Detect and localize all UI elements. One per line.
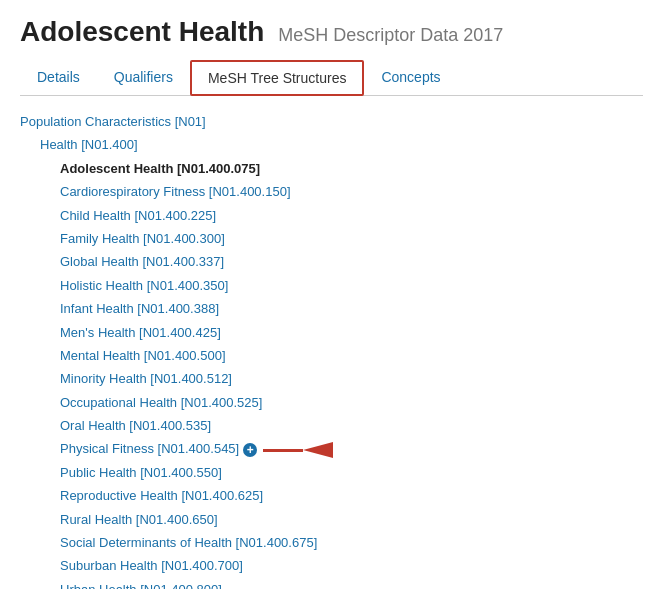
tree-link-item[interactable]: Urban Health [N01.400.800] [60, 582, 222, 589]
tree-level1-item: Health [N01.400] [20, 133, 643, 156]
tree-item-bold-label: Adolescent Health [N01.400.075] [60, 161, 260, 176]
tree-link-item[interactable]: Social Determinants of Health [N01.400.6… [60, 535, 317, 550]
tab-mesh-tree[interactable]: MeSH Tree Structures [190, 60, 365, 96]
tree-item: Urban Health [N01.400.800] [20, 578, 643, 589]
tree-item: Global Health [N01.400.337] [20, 250, 643, 273]
page-header: Adolescent Health MeSH Descriptor Data 2… [20, 16, 643, 48]
tree-item: Men's Health [N01.400.425] [20, 321, 643, 344]
tree-link-item[interactable]: Child Health [N01.400.225] [60, 208, 216, 223]
expand-icon[interactable]: + [243, 443, 257, 457]
arrow-shaft [263, 449, 303, 452]
tree-item: Public Health [N01.400.550] [20, 461, 643, 484]
tree-link-item[interactable]: Cardiorespiratory Fitness [N01.400.150] [60, 184, 291, 199]
tree-link-item[interactable]: Mental Health [N01.400.500] [60, 348, 226, 363]
tab-concepts[interactable]: Concepts [364, 60, 457, 96]
page-title-sub: MeSH Descriptor Data 2017 [278, 25, 503, 45]
tree-link-item[interactable]: Occupational Health [N01.400.525] [60, 395, 262, 410]
tree-item: Minority Health [N01.400.512] [20, 367, 643, 390]
tree-link-item[interactable]: Men's Health [N01.400.425] [60, 325, 221, 340]
tree-link-item[interactable]: Public Health [N01.400.550] [60, 465, 222, 480]
page-container: Adolescent Health MeSH Descriptor Data 2… [0, 0, 663, 589]
tree-link-item[interactable]: Holistic Health [N01.400.350] [60, 278, 228, 293]
arrow-head [303, 442, 333, 458]
tree-item: Rural Health [N01.400.650] [20, 508, 643, 531]
tree-link-item[interactable]: Minority Health [N01.400.512] [60, 371, 232, 386]
tree-item: Family Health [N01.400.300] [20, 227, 643, 250]
tree-link-n01[interactable]: Population Characteristics [N01] [20, 114, 206, 129]
tree-link-item[interactable]: Reproductive Health [N01.400.625] [60, 488, 263, 503]
tree-link-item[interactable]: Physical Fitness [N01.400.545] [60, 441, 239, 456]
tree-link-item[interactable]: Suburban Health [N01.400.700] [60, 558, 243, 573]
tree-level0-item: Population Characteristics [N01] [20, 110, 643, 133]
tree-item: Social Determinants of Health [N01.400.6… [20, 531, 643, 554]
tab-qualifiers[interactable]: Qualifiers [97, 60, 190, 96]
tree-item: Child Health [N01.400.225] [20, 204, 643, 227]
tab-bar: Details Qualifiers MeSH Tree Structures … [20, 60, 643, 96]
tree-link-item[interactable]: Infant Health [N01.400.388] [60, 301, 219, 316]
arrow-indicator [263, 442, 333, 458]
tree-item: Adolescent Health [N01.400.075] [20, 157, 643, 180]
tree-container: Population Characteristics [N01] Health … [20, 110, 643, 589]
tree-item: Infant Health [N01.400.388] [20, 297, 643, 320]
tree-link-item[interactable]: Family Health [N01.400.300] [60, 231, 225, 246]
tree-item: Holistic Health [N01.400.350] [20, 274, 643, 297]
tree-link-n01-400[interactable]: Health [N01.400] [40, 137, 138, 152]
tree-item: Reproductive Health [N01.400.625] [20, 484, 643, 507]
tree-link-item[interactable]: Oral Health [N01.400.535] [60, 418, 211, 433]
tree-item: Oral Health [N01.400.535] [20, 414, 643, 437]
page-title-main: Adolescent Health [20, 16, 264, 47]
tree-item: Occupational Health [N01.400.525] [20, 391, 643, 414]
tree-link-item[interactable]: Rural Health [N01.400.650] [60, 512, 218, 527]
tree-item: Suburban Health [N01.400.700] [20, 554, 643, 577]
tree-item: Mental Health [N01.400.500] [20, 344, 643, 367]
tree-item: Physical Fitness [N01.400.545]+ [20, 437, 643, 460]
tree-link-item[interactable]: Global Health [N01.400.337] [60, 254, 224, 269]
tree-item: Cardiorespiratory Fitness [N01.400.150] [20, 180, 643, 203]
tree-level2-group: Adolescent Health [N01.400.075]Cardiores… [20, 157, 643, 589]
tab-details[interactable]: Details [20, 60, 97, 96]
